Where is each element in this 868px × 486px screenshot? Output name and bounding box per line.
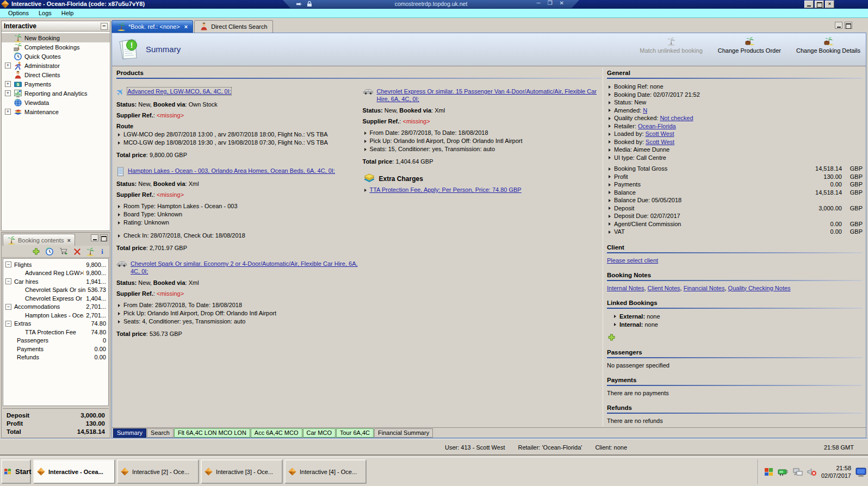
booking-contents-tab[interactable]: Booking contents ×	[3, 234, 75, 246]
new-booking-button-icon[interactable]	[86, 247, 95, 256]
change-booking-details-button[interactable]: Change Booking Details	[796, 37, 860, 54]
start-button[interactable]: Start	[1, 459, 31, 484]
restore-button[interactable]	[815, 1, 824, 8]
mdi-minimize-button[interactable]	[835, 22, 842, 29]
notes-link-client-notes[interactable]: Client Notes	[648, 285, 680, 291]
quick-quote-button-icon[interactable]	[45, 247, 54, 256]
tab-direct-clients-search[interactable]: Direct Clients Search	[194, 20, 272, 33]
collapse-icon[interactable]: −	[5, 261, 11, 267]
product-link[interactable]: Hampton Lakes - Ocean - 003, Orlando Are…	[128, 167, 335, 175]
extra-charge-link[interactable]: TTA Protection Fee, Apply: Per Person, P…	[370, 186, 522, 193]
collapse-panel-button[interactable]: −	[101, 23, 108, 30]
window-title: Interactive - Ocean-Florida (code: x87u5…	[11, 1, 145, 7]
sidebar-item-maintenance[interactable]: +Maintenance	[2, 107, 110, 116]
booking-row-chevrolet-spark-or-sin[interactable]: Chevrolet Spark Or sin536.73	[3, 286, 108, 295]
sidebar-item-payments[interactable]: +$Payments	[2, 79, 110, 89]
rdp-restore-button[interactable]: ❐	[548, 0, 553, 6]
sidebar-item-new-booking[interactable]: New Booking	[2, 33, 110, 42]
collapse-icon[interactable]: −	[5, 278, 11, 284]
booking-row-tta-protection-fee[interactable]: TTA Protection Fee74.80	[3, 328, 108, 337]
product-link[interactable]: Advanced Reg, LGW-MCO, 6A, 4C, 0I;	[127, 88, 231, 95]
sidebar-item-viewdata[interactable]: Viewdata	[2, 98, 110, 107]
extra-charges-header: Extra Charges	[363, 173, 602, 184]
bottom-tab-tour-6a-4c[interactable]: Tour 6A,4C	[336, 428, 374, 438]
panel-minimize-button[interactable]	[91, 234, 98, 241]
booking-row-chevrolet-express-or[interactable]: Chevrolet Express Or1,404...	[3, 294, 108, 303]
product-details: Check In: 28/07/2018, Check Out: 18/08/2…	[116, 232, 360, 240]
money-amount: 14,518.14	[815, 189, 842, 197]
info-button-icon[interactable]: i	[100, 248, 104, 255]
expand-icon[interactable]: +	[5, 81, 11, 87]
rdp-minimize-button[interactable]: ─	[537, 0, 541, 6]
collapse-icon[interactable]: −	[5, 304, 11, 310]
expand-icon[interactable]: +	[5, 63, 11, 68]
network-card-tray-icon[interactable]	[778, 468, 789, 476]
network-monitors-tray-icon[interactable]	[793, 468, 803, 476]
color-flag-tray-icon[interactable]	[764, 468, 773, 476]
general-link-scott-west[interactable]: Scott West	[646, 139, 674, 145]
transfer-cart-button-icon[interactable]	[59, 247, 69, 256]
products-column-right: Chevrolet Express Or similar. 15 Passeng…	[363, 81, 602, 346]
bottom-tab-car-mco[interactable]: Car MCO	[303, 428, 336, 438]
general-link-ocean-florida[interactable]: Ocean-Florida	[638, 123, 676, 129]
add-linked-booking-button[interactable]	[608, 334, 615, 341]
expand-icon[interactable]: +	[5, 109, 11, 115]
tab-close-icon[interactable]: ×	[184, 23, 188, 30]
bottom-tab-financial-summary[interactable]: Financial Summary	[374, 428, 433, 438]
sidebar-item-administrator[interactable]: +Administrator	[2, 61, 110, 70]
add-button-icon[interactable]	[33, 248, 40, 255]
booking-row-flights[interactable]: −Flights9,800...	[3, 260, 108, 269]
minimize-button[interactable]	[804, 1, 814, 8]
menu-help[interactable]: Help	[57, 9, 79, 17]
booking-row-advanced-reg-lgw-m[interactable]: Advanced Reg LGW>M9,800...	[3, 269, 108, 278]
sidebar-item-completed-bookings[interactable]: Completed Bookings	[2, 42, 110, 52]
product-link[interactable]: Chevrolet Express Or similar. 15 Passeng…	[377, 88, 602, 103]
tab-book-ref-none[interactable]: *Book. ref.: <none>×	[111, 20, 193, 33]
booking-row-car-hires[interactable]: −Car hires1,941...	[3, 277, 108, 286]
booking-row-refunds[interactable]: Refunds0.00	[3, 353, 108, 362]
bottom-tab-summary[interactable]: Summary	[113, 428, 146, 438]
change-products-order-button[interactable]: Change Products Order	[718, 37, 781, 54]
sidebar-item-reporting-and-analytics[interactable]: +Reporting and Analytics	[2, 89, 110, 98]
general-row: Booked by: Scott West	[607, 138, 863, 146]
bottom-tab-search[interactable]: Search	[147, 428, 173, 438]
sidebar-item-direct-clients[interactable]: Direct Clients	[2, 70, 110, 79]
rdp-close-button[interactable]: ✕	[560, 0, 564, 6]
taskbar-button-interactive-2-oce[interactable]: Interactive [2] - Oce...	[117, 459, 199, 484]
booking-row-hampton-lakes-ocea[interactable]: Hampton Lakes - Ocea2,701...	[3, 311, 108, 320]
task-label: Interactive [2] - Oce...	[132, 469, 189, 475]
notes-link-internal-notes[interactable]: Internal Notes	[607, 285, 644, 291]
product-link[interactable]: Chevrolet Spark Or similar. Economy 2 or…	[131, 260, 360, 275]
booking-row-extras[interactable]: −Extras74.80	[3, 320, 108, 328]
booking-row-label: Advanced Reg LGW>M	[25, 270, 84, 276]
bottom-tab-acc-6a-4c-mco[interactable]: Acc 6A,4C MCO	[251, 428, 302, 438]
taskbar-button-interactive-3-oce[interactable]: Interactive [3] - Oce...	[201, 459, 283, 484]
booking-row-passengers[interactable]: Passengers0	[3, 337, 108, 345]
menu-options[interactable]: Options	[3, 9, 34, 17]
close-button[interactable]: ×	[825, 1, 834, 8]
general-link-scott-west[interactable]: Scott West	[646, 130, 674, 137]
expand-icon[interactable]: +	[5, 90, 11, 96]
mdi-restore-button[interactable]	[845, 22, 852, 29]
taskbar-button-interactive-4-oce[interactable]: Interactive [4] - Oce...	[284, 459, 367, 484]
notes-link-financial-notes[interactable]: Financial Notes	[684, 285, 725, 291]
booking-row-accommodations[interactable]: −Accommodations2,701...	[3, 303, 108, 311]
collapse-icon[interactable]: −	[5, 321, 11, 327]
remote-desktop-tray-icon[interactable]	[855, 468, 866, 477]
select-client-link[interactable]: Please select client	[607, 257, 658, 264]
speaker-muted-tray-icon[interactable]	[807, 468, 817, 476]
general-link-n[interactable]: N	[643, 107, 647, 114]
booking-row-payments[interactable]: Payments0.00	[3, 345, 108, 353]
taskbar-button-interactive-ocea[interactable]: Interactive - Ocea...	[33, 459, 115, 484]
notes-link-quality-checking-notes[interactable]: Quality Checking Notes	[728, 285, 791, 291]
route-title: Route	[116, 123, 133, 129]
delete-button-icon[interactable]	[74, 248, 80, 255]
menu-logs[interactable]: Logs	[34, 9, 57, 17]
task-app-icon	[37, 468, 45, 476]
close-panel-icon[interactable]: ×	[67, 237, 70, 244]
summary-page: ! Summary Match unlinked bookingChange P…	[111, 33, 866, 438]
panel-maximize-button[interactable]	[100, 234, 108, 241]
bottom-tab-flt-6a-4c-lon-mco-lon[interactable]: Flt 6A,4C LON MCO LON	[174, 428, 250, 438]
sidebar-item-quick-quotes[interactable]: Quick Quotes	[2, 52, 110, 61]
general-link-not-checked[interactable]: Not checked	[660, 115, 693, 121]
